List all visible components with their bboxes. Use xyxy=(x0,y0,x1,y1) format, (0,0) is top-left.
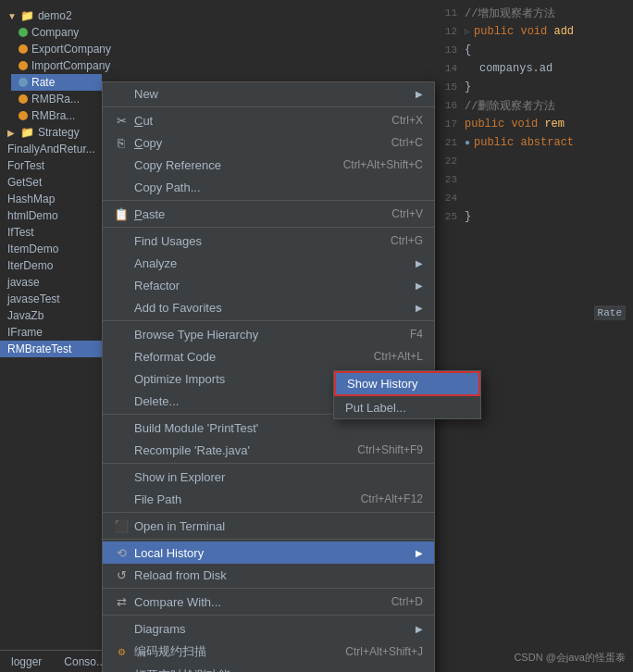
sidebar-item-importcompany[interactable]: ImportCompany xyxy=(11,57,102,74)
favorites-arrow: ▶ xyxy=(416,303,423,313)
menu-item-new[interactable]: New ▶ xyxy=(103,82,434,105)
history-icon: ⟲ xyxy=(114,546,129,560)
sidebar-item-rmbra1[interactable]: RMBRa... xyxy=(11,91,102,107)
menu-item-local-history[interactable]: ⟲ Local History ▶ xyxy=(103,541,434,564)
menu-item-code-scan[interactable]: ⚙ 编码规约扫描 Ctrl+Alt+Shift+J xyxy=(103,640,434,664)
code-line-14: 14 companys.ad xyxy=(435,59,633,78)
menu-item-recompile[interactable]: Recompile 'Rate.java' Ctrl+Shift+F9 xyxy=(103,439,434,461)
menu-item-copy[interactable]: ⎘ Copy Ctrl+C xyxy=(103,131,434,154)
code-line-16: 16 //删除观察者方法 xyxy=(435,96,633,115)
sidebar-item-javasetest[interactable]: javaseTest xyxy=(0,291,102,307)
sidebar-item-iframe[interactable]: IFrame xyxy=(0,324,102,341)
code-line-11: 11 //增加观察者方法 xyxy=(435,4,633,22)
code-line-12: 12 ▷ public void add xyxy=(435,22,633,41)
code-editor: 11 //增加观察者方法 12 ▷ public void add 13 { 1… xyxy=(435,0,633,672)
menu-separator-8 xyxy=(103,539,434,540)
code-line-21: 21 ● public abstract xyxy=(435,133,633,152)
menu-item-diagrams[interactable]: Diagrams ▶ xyxy=(103,617,434,640)
code-line-23: 23 xyxy=(435,170,633,189)
menu-item-find-usages[interactable]: Find Usages Ctrl+G xyxy=(103,230,434,252)
sidebar-item-finallyandreturn[interactable]: FinallyAndRetur... xyxy=(0,141,102,157)
sidebar: ▼ 📁 demo2 Company ExportCompany ImportCo… xyxy=(0,0,102,672)
sidebar-item-htmldemo[interactable]: htmlDemo xyxy=(0,207,102,224)
menu-item-realtime[interactable]: ◎ 打开实时检测功能 xyxy=(103,664,434,672)
code-scan-icon: ⚙ xyxy=(114,647,129,657)
sidebar-item-javazb[interactable]: JavaZb xyxy=(0,307,102,324)
menu-item-file-path[interactable]: File Path Ctrl+Alt+F12 xyxy=(103,488,434,510)
menu-separator-2 xyxy=(103,200,434,201)
reload-icon: ↺ xyxy=(114,568,129,582)
watermark: CSDN @会java的怪蛋泰 xyxy=(514,651,626,665)
menu-separator-6 xyxy=(103,463,434,464)
sidebar-item-company[interactable]: Company xyxy=(11,24,102,41)
code-line-15: 15 } xyxy=(435,78,633,96)
menu-separator-3 xyxy=(103,227,434,228)
analyze-arrow: ▶ xyxy=(416,258,423,268)
menu-item-refactor[interactable]: Refactor ▶ xyxy=(103,274,434,296)
menu-separator-10 xyxy=(103,615,434,616)
menu-separator-7 xyxy=(103,512,434,513)
compare-icon: ⇄ xyxy=(114,595,129,609)
code-line-13: 13 { xyxy=(435,41,633,59)
menu-item-build-module[interactable]: Build Module 'PrintTest' xyxy=(103,417,434,439)
cut-icon: ✂ xyxy=(114,114,129,128)
menu-item-copy-path[interactable]: Copy Path... xyxy=(103,176,434,198)
paste-icon: 📋 xyxy=(114,207,129,221)
menu-item-reload[interactable]: ↺ Reload from Disk xyxy=(103,564,434,586)
bottom-tab-logger[interactable]: logger xyxy=(0,650,53,672)
sidebar-item-iftest[interactable]: IfTest xyxy=(0,224,102,241)
refactor-arrow: ▶ xyxy=(416,280,423,291)
code-line-24: 24 xyxy=(435,189,633,207)
sidebar-item-itemdemo[interactable]: ItemDemo xyxy=(0,241,102,257)
rate-label: Rate xyxy=(594,305,626,320)
submenu-item-put-label[interactable]: Put Label... xyxy=(334,396,480,418)
sidebar-item-rmbra2[interactable]: RMBra... xyxy=(11,107,102,124)
menu-item-add-favorites[interactable]: Add to Favorites ▶ xyxy=(103,296,434,318)
code-line-22: 22 xyxy=(435,152,633,170)
sidebar-item-strategy[interactable]: ▶ 📁 Strategy xyxy=(0,124,102,141)
sidebar-item-demo2[interactable]: ▼ 📁 demo2 xyxy=(0,7,102,24)
menu-item-paste[interactable]: 📋 Paste Ctrl+V xyxy=(103,203,434,225)
sidebar-item-fortest[interactable]: ForTest xyxy=(0,157,102,174)
sidebar-item-rate[interactable]: Rate xyxy=(11,74,102,91)
menu-item-cut[interactable]: ✂ Cut Ctrl+X xyxy=(103,109,434,131)
terminal-icon: ⬛ xyxy=(114,519,129,533)
menu-item-browse-hierarchy[interactable]: Browse Type Hierarchy F4 xyxy=(103,323,434,345)
menu-item-reformat[interactable]: Reformat Code Ctrl+Alt+L xyxy=(103,345,434,367)
history-arrow: ▶ xyxy=(416,548,423,558)
menu-item-copy-reference[interactable]: Copy Reference Ctrl+Alt+Shift+C xyxy=(103,154,434,176)
local-history-submenu: Show History Put Label... xyxy=(333,370,481,419)
menu-separator-4 xyxy=(103,320,434,321)
submenu-arrow: ▶ xyxy=(416,89,423,99)
sidebar-item-javase[interactable]: javase xyxy=(0,274,102,291)
menu-item-analyze[interactable]: Analyze ▶ xyxy=(103,252,434,274)
menu-separator-1 xyxy=(103,106,434,107)
sidebar-item-getset[interactable]: GetSet xyxy=(0,174,102,191)
copy-icon: ⎘ xyxy=(114,136,129,150)
sidebar-item-rmbratetest[interactable]: RMBrateTest xyxy=(0,341,102,357)
submenu-item-show-history[interactable]: Show History xyxy=(334,371,480,396)
diagrams-arrow: ▶ xyxy=(416,624,423,634)
menu-item-open-terminal[interactable]: ⬛ Open in Terminal xyxy=(103,515,434,537)
code-line-25: 25 } xyxy=(435,207,633,226)
sidebar-item-exportcompany[interactable]: ExportCompany xyxy=(11,41,102,57)
menu-item-show-explorer[interactable]: Show in Explorer xyxy=(103,466,434,488)
sidebar-item-iterdemo[interactable]: IterDemo xyxy=(0,257,102,274)
sidebar-item-hashmap[interactable]: HashMap xyxy=(0,191,102,207)
code-line-17: 17 public void rem xyxy=(435,115,633,133)
menu-separator-9 xyxy=(103,588,434,589)
menu-item-compare[interactable]: ⇄ Compare With... Ctrl+D xyxy=(103,591,434,613)
